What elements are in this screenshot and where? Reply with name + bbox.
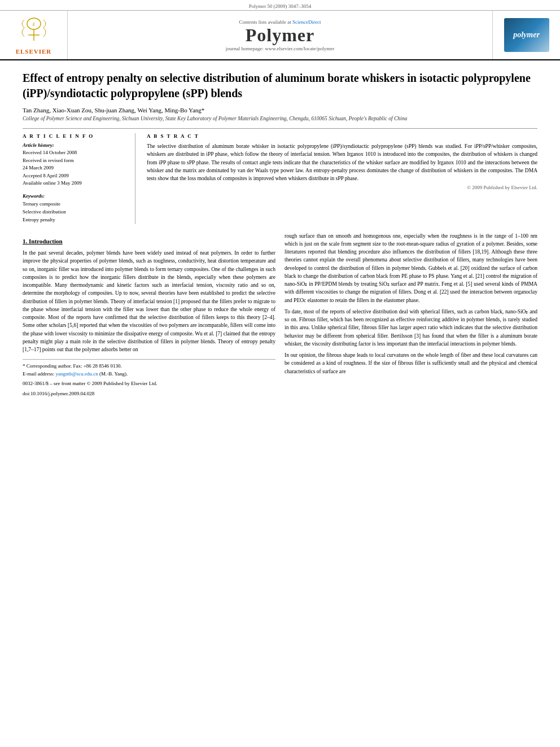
article-info-heading: A R T I C L E I N F O (23, 133, 128, 139)
elsevier-label: ELSEVIER (16, 48, 52, 55)
contents-available-text: Contents lists available at (239, 19, 291, 25)
section1-paragraph3: To date, most of the reports of selectiv… (285, 308, 537, 348)
sciencedirect-line: Contents lists available at ScienceDirec… (239, 19, 321, 25)
elsevier-tree-icon: E (14, 15, 54, 46)
email-address[interactable]: yangmb@scu.edu.cn (55, 371, 98, 377)
keyword2: Selective distribution (23, 208, 128, 216)
info-section: A R T I C L E I N F O Article history: R… (23, 128, 537, 224)
issn-line: 0032-3861/$ – see front matter © 2009 Pu… (23, 380, 275, 388)
section1-paragraph1: In the past several decades, polymer ble… (23, 249, 275, 353)
body-left-column: 1. Introduction In the past several deca… (23, 232, 275, 398)
copyright: © 2009 Published by Elsevier Ltd. (147, 185, 537, 190)
body-right-column: rough surface than on smooth and homogen… (285, 232, 537, 398)
journal-name: Polymer (246, 25, 315, 46)
email-line: E-mail address: yangmb@scu.edu.cn (M.-B.… (23, 370, 275, 378)
article-info-column: A R T I C L E I N F O Article history: R… (23, 133, 135, 224)
email-suffix: (M.-B. Yang). (99, 371, 128, 377)
authors-text: Tan Zhang, Xiao-Xuan Zou, Shu-juan Zhang… (23, 107, 204, 113)
email-label: E-mail address: (23, 371, 54, 377)
available-date: Available online 3 May 2009 (23, 180, 128, 187)
sciencedirect-link[interactable]: ScienceDirect (292, 19, 321, 25)
accepted-date: Accepted 8 April 2009 (23, 172, 128, 180)
journal-center: Contents lists available at ScienceDirec… (68, 11, 492, 59)
abstract-column: A B S T R A C T The selective distributi… (147, 133, 537, 224)
body-columns: 1. Introduction In the past several deca… (23, 232, 537, 398)
keywords-label: Keywords: (23, 193, 128, 199)
footnote-area: * Corresponding author. Fax: +86 28 8546… (23, 359, 275, 397)
article-title: Effect of entropy penalty on selective d… (23, 71, 537, 101)
section1-title: 1. Introduction (23, 237, 275, 246)
elsevier-logo-box: E ELSEVIER (0, 11, 68, 59)
polymer-logo-box: polymer (492, 11, 560, 59)
top-bar: Polymer 50 (2009) 3047–3054 (0, 0, 560, 11)
authors: Tan Zhang, Xiao-Xuan Zou, Shu-juan Zhang… (23, 107, 537, 113)
keyword3: Entropy penalty (23, 216, 128, 224)
corresponding-author: * Corresponding author. Fax: +86 28 8546… (23, 362, 275, 370)
section1-paragraph4: In our opinion, the fibrous shape leads … (285, 351, 537, 375)
section1-paragraph2: rough surface than on smooth and homogen… (285, 232, 537, 304)
journal-homepage: journal homepage: www.elsevier.com/locat… (226, 46, 334, 51)
received-date: Received 14 October 2008 (23, 149, 128, 157)
abstract-text: The selective distribution of aluminum b… (147, 142, 537, 182)
svg-text:E: E (32, 22, 35, 27)
page-wrapper: Polymer 50 (2009) 3047–3054 E (0, 0, 560, 747)
polymer-logo-image: polymer (504, 18, 549, 52)
history-label: Article history: (23, 142, 128, 148)
journal-header: E ELSEVIER Contents lists available at S… (0, 11, 560, 60)
revised-label: Received in revised form (23, 157, 128, 165)
polymer-logo-text: polymer (513, 30, 540, 40)
keyword1: Ternary composite (23, 200, 128, 208)
revised-date: 24 March 2009 (23, 164, 128, 172)
doi-line: doi:10.1016/j.polymer.2009.04.028 (23, 390, 275, 398)
abstract-heading: A B S T R A C T (147, 133, 537, 139)
affiliation: College of Polymer Science and Engineeri… (23, 116, 537, 121)
article-content: Effect of entropy penalty on selective d… (0, 60, 560, 403)
elsevier-logo: E (14, 15, 54, 46)
journal-info: Polymer 50 (2009) 3047–3054 (249, 3, 312, 9)
